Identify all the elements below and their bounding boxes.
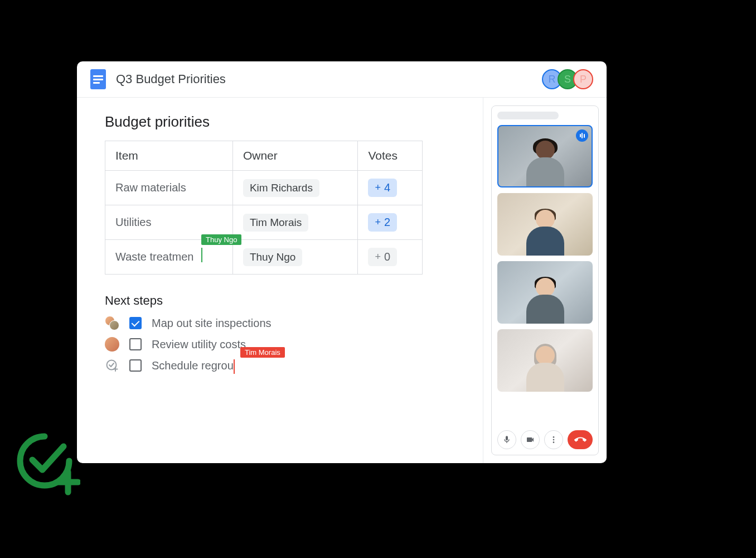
cell-item[interactable]: Waste treatmen Thuy Ngo <box>105 240 233 275</box>
body-area: Budget priorities Item Owner Votes Raw m… <box>77 98 607 463</box>
participant-portrait <box>526 205 565 256</box>
meet-controls <box>497 430 593 449</box>
budget-table: Item Owner Votes Raw materials Kim Richa… <box>105 141 423 275</box>
svg-point-1 <box>553 436 555 438</box>
collaborator-avatar[interactable]: P <box>573 69 593 89</box>
step-row: Map out site inspections <box>105 316 455 330</box>
participant-portrait <box>526 136 565 186</box>
camera-button[interactable] <box>521 430 540 449</box>
col-header-votes: Votes <box>358 141 423 171</box>
cell-votes[interactable]: +0 <box>358 240 423 275</box>
participant-portrait <box>526 341 565 392</box>
more-options-button[interactable] <box>544 430 563 449</box>
vote-chip[interactable]: +0 <box>368 248 397 266</box>
vote-chip[interactable]: +2 <box>368 213 397 232</box>
cell-owner[interactable]: Thuy Ngo <box>232 240 358 275</box>
collab-cursor <box>201 248 202 262</box>
meet-title-placeholder <box>497 112 559 119</box>
collab-cursor <box>234 359 235 374</box>
table-row: Utilities Tim Morais +2 <box>105 205 423 240</box>
checkbox[interactable] <box>129 359 142 372</box>
plus-icon: + <box>375 217 381 228</box>
svg-point-2 <box>553 439 555 441</box>
cell-item[interactable]: Raw materials <box>105 171 233 205</box>
step-row: Schedule regrou Tim Morais <box>105 358 455 373</box>
checkbox[interactable] <box>129 338 142 350</box>
owner-chip[interactable]: Thuy Ngo <box>243 248 302 266</box>
document-title[interactable]: Q3 Budget Priorities <box>116 72 546 86</box>
svg-point-3 <box>553 441 555 443</box>
meet-box <box>491 105 599 455</box>
document-content[interactable]: Budget priorities Item Owner Votes Raw m… <box>77 98 483 463</box>
participant-tile[interactable] <box>497 329 593 392</box>
section-title-next-steps: Next steps <box>105 294 455 308</box>
table-row: Waste treatmen Thuy Ngo Thuy Ngo +0 <box>105 240 423 275</box>
step-text[interactable]: Schedule regrou Tim Morais <box>152 359 234 372</box>
participant-tile[interactable] <box>497 261 593 324</box>
task-check-overlay-icon <box>13 429 80 496</box>
cell-owner[interactable]: Tim Morais <box>232 205 358 240</box>
step-text[interactable]: Review utility costs <box>152 338 246 351</box>
speaking-indicator-icon <box>576 129 588 142</box>
step-text[interactable]: Map out site inspections <box>152 317 272 330</box>
plus-icon: + <box>375 251 381 263</box>
assignee-avatar-multi[interactable] <box>105 316 119 330</box>
vote-chip[interactable]: +4 <box>368 179 397 197</box>
assignee-avatar[interactable] <box>105 337 119 352</box>
section-title-budget: Budget priorities <box>105 113 455 131</box>
cell-owner[interactable]: Kim Richards <box>232 171 358 205</box>
checkbox[interactable] <box>129 317 142 329</box>
header: Q3 Budget Priorities R S P <box>77 61 607 98</box>
participant-tile[interactable] <box>497 125 593 187</box>
collab-cursor-label: Thuy Ngo <box>201 234 241 245</box>
hangup-button[interactable] <box>568 430 593 449</box>
col-header-item: Item <box>105 141 233 171</box>
table-header-row: Item Owner Votes <box>105 141 423 171</box>
meet-tiles <box>497 125 593 425</box>
cell-votes[interactable]: +2 <box>358 205 423 240</box>
col-header-owner: Owner <box>232 141 358 171</box>
svg-point-0 <box>107 360 117 370</box>
table-row: Raw materials Kim Richards +4 <box>105 171 423 205</box>
collab-cursor-label: Tim Morais <box>240 347 285 358</box>
owner-chip[interactable]: Kim Richards <box>243 179 319 197</box>
plus-icon: + <box>375 182 381 194</box>
meet-panel <box>483 98 607 463</box>
owner-chip[interactable]: Tim Morais <box>243 214 308 232</box>
app-window: Q3 Budget Priorities R S P Budget priori… <box>77 61 607 463</box>
docs-icon <box>90 69 106 89</box>
cell-votes[interactable]: +4 <box>358 171 423 205</box>
assign-task-icon[interactable] <box>105 358 119 373</box>
participant-portrait <box>526 273 565 324</box>
collaborator-avatars: R S P <box>546 69 593 89</box>
participant-tile[interactable] <box>497 193 593 256</box>
mic-button[interactable] <box>497 430 516 449</box>
